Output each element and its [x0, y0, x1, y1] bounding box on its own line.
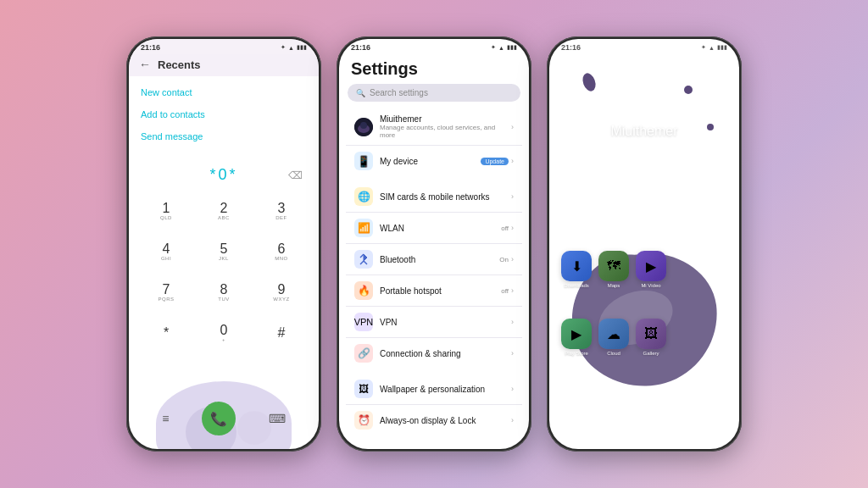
hotspot-icon: 🔥	[354, 281, 373, 300]
wallpaper-text: Wallpaper & personalization	[380, 385, 511, 394]
settings-item-aod[interactable]: ⏰ Always-on display & Lock ›	[346, 405, 522, 435]
hotspot-right: off ›	[501, 286, 514, 295]
search-bar[interactable]: 🔍 Search settings	[348, 84, 520, 102]
search-icon: 🔍	[356, 89, 365, 97]
signal-icon-2: ▲	[498, 45, 504, 51]
chevron-icon-hotspot: ›	[511, 286, 514, 295]
app-maps[interactable]: 🗺 Maps	[598, 251, 629, 288]
bars-icon-3: ▮▮▮	[717, 44, 727, 51]
sim-title: SIM cards & mobile networks	[380, 192, 511, 202]
status-bar-2: 21:16 ✦ ▲ ▮▮▮	[339, 39, 529, 54]
status-bar-3: 21:16 ✦ ▲ ▮▮▮	[549, 39, 739, 54]
device-right: Update ›	[481, 157, 514, 165]
chevron-icon-vpn: ›	[511, 318, 514, 326]
dial-key-6[interactable]: 6MNO	[263, 233, 300, 270]
settings-item-sim[interactable]: 🌐 SIM cards & mobile networks ›	[346, 181, 522, 213]
back-button[interactable]: ←	[139, 58, 151, 71]
dial-key-star[interactable]: *	[147, 314, 185, 352]
status-bar-1: 21:16 ✦ ▲ ▮▮▮	[129, 39, 319, 54]
sim-icon: 🌐	[354, 187, 373, 206]
dial-key-4[interactable]: 4GHI	[147, 233, 185, 270]
settings-item-bluetooth[interactable]: Bluetooth On ›	[346, 244, 522, 275]
dial-key-1[interactable]: 1QLD	[147, 192, 185, 230]
settings-item-hotspot[interactable]: 🔥 Portable hotspot off ›	[346, 275, 522, 307]
gallery-label: Gallery	[643, 351, 659, 356]
device-text: My device	[380, 157, 481, 166]
connection-text: Connection & sharing	[380, 349, 511, 358]
signal-icon-3: ▲	[709, 45, 715, 51]
cloud-label: Cloud	[607, 351, 620, 356]
aod-title: Always-on display & Lock	[380, 416, 511, 425]
settings-content: Settings 🔍 Search settings Miuithemer M	[339, 54, 529, 446]
dial-key-hash[interactable]: #	[263, 314, 300, 352]
wlan-status: off	[501, 225, 509, 232]
dialpad-area: *0* ⌫ 1QLD 2ABC 3DEF 4GHI 5JKL 6MNO 7PQR…	[129, 152, 319, 357]
search-input: Search settings	[370, 88, 428, 97]
phone-2-frame: 21:16 ✦ ▲ ▮▮▮ Settings 🔍 Search settings	[337, 36, 531, 452]
miuithemer-icon	[354, 118, 373, 136]
miuithemer-text: Miuithemer Manage accounts, cloud servic…	[380, 114, 511, 139]
app-gallery[interactable]: 🖼 Gallery	[636, 319, 666, 356]
settings-title: Settings	[339, 54, 529, 84]
svg-point-2	[360, 122, 367, 129]
vpn-icon: VPN	[354, 313, 373, 331]
dial-key-9[interactable]: 9WXYZ	[263, 274, 300, 311]
add-to-contacts-item[interactable]: Add to contacts	[129, 103, 319, 125]
app-mivideo[interactable]: ▶ Mi Video	[636, 251, 666, 288]
dial-key-0[interactable]: 0+	[205, 314, 242, 352]
sim-text: SIM cards & mobile networks	[380, 192, 511, 202]
vpn-text: VPN	[380, 318, 511, 327]
settings-item-device[interactable]: 📱 My device Update ›	[346, 146, 522, 176]
recents-header: ← Recents	[129, 54, 319, 76]
device-title: My device	[380, 157, 481, 166]
menu-icon[interactable]: ≡	[162, 412, 169, 425]
connection-icon: 🔗	[354, 344, 373, 363]
chevron-icon-device: ›	[511, 157, 514, 165]
miuithemer-subtitle: Manage accounts, cloud services, and mor…	[380, 124, 511, 139]
gallery-icon: 🖼	[636, 319, 666, 349]
bt-icon: ✦	[281, 44, 286, 51]
app-playstore[interactable]: ▶ Play Store	[561, 319, 592, 356]
settings-item-connection[interactable]: 🔗 Connection & sharing ›	[346, 338, 522, 369]
call-button[interactable]: 📞	[202, 402, 236, 435]
status-icons-2: ✦ ▲ ▮▮▮	[491, 44, 517, 51]
mivideo-label: Mi Video	[641, 283, 660, 288]
dial-key-3[interactable]: 3DEF	[263, 192, 300, 230]
settings-section-connectivity: 🌐 SIM cards & mobile networks › 📶 WLAN o…	[346, 181, 522, 369]
settings-item-vpn[interactable]: VPN VPN ›	[346, 307, 522, 338]
delete-button[interactable]: ⌫	[288, 169, 305, 181]
app-downloads[interactable]: ⬇ Downloads	[561, 251, 592, 288]
phone-2-screen: 21:16 ✦ ▲ ▮▮▮ Settings 🔍 Search settings	[339, 39, 529, 449]
app-row-1: ⬇ Downloads 🗺 Maps ▶ Mi Video	[561, 251, 666, 288]
dot-1	[581, 71, 598, 92]
keypad-icon[interactable]: ⌨	[269, 412, 286, 425]
miuithemer-title: Miuithemer	[380, 114, 511, 124]
dot-2	[684, 86, 693, 94]
settings-item-wlan[interactable]: 📶 WLAN off ›	[346, 213, 522, 244]
dial-key-2[interactable]: 2ABC	[205, 192, 242, 230]
phone-3: 21:16 ✦ ▲ ▮▮▮ Miuithemer	[547, 36, 742, 452]
chevron-icon-connection: ›	[511, 349, 514, 358]
hotspot-text: Portable hotspot	[380, 286, 501, 296]
dial-key-5[interactable]: 5JKL	[205, 233, 242, 270]
new-contact-item[interactable]: New contact	[129, 81, 319, 103]
phone-1-frame: 21:16 ✦ ▲ ▮▮▮ ← Recents New contact Add …	[126, 36, 321, 452]
send-message-item[interactable]: Send message	[129, 125, 319, 147]
aod-icon: ⏰	[354, 411, 373, 430]
home-content: Miuithemer ⬇ Downloads 🗺	[549, 39, 739, 432]
downloads-label: Downloads	[564, 283, 589, 288]
downloads-icon: ⬇	[561, 251, 592, 281]
wlan-title: WLAN	[380, 224, 501, 233]
recents-title: Recents	[158, 58, 201, 71]
settings-item-miuithemer[interactable]: Miuithemer Manage accounts, cloud servic…	[346, 108, 522, 146]
dial-input: *0*	[209, 166, 237, 184]
chevron-icon-wallpaper: ›	[511, 385, 514, 393]
settings-item-wallpaper[interactable]: 🖼 Wallpaper & personalization ›	[346, 374, 522, 405]
wlan-right: off ›	[501, 224, 514, 232]
bluetooth-icon	[354, 250, 373, 269]
bars-icon-2: ▮▮▮	[507, 44, 517, 51]
app-cloud[interactable]: ☁ Cloud	[598, 319, 629, 356]
bars-icon: ▮▮▮	[297, 44, 307, 51]
dial-key-7[interactable]: 7PQRS	[147, 274, 185, 311]
dial-key-8[interactable]: 8TUV	[205, 274, 242, 311]
